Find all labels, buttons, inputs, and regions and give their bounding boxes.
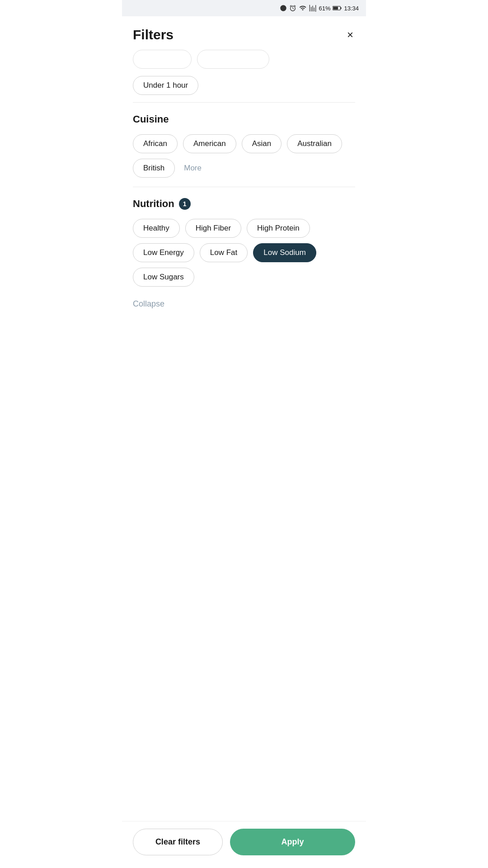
cuisine-title-row: Cuisine xyxy=(133,113,355,125)
nutrition-badge: 1 xyxy=(179,198,191,210)
nutrition-high-protein[interactable]: High Protein xyxy=(247,219,310,238)
svg-rect-2 xyxy=(341,7,342,9)
nutrition-title-row: Nutrition 1 xyxy=(133,198,355,210)
nutrition-title: Nutrition xyxy=(133,198,174,210)
svg-rect-1 xyxy=(333,7,338,9)
cuisine-british[interactable]: British xyxy=(133,159,175,178)
nutrition-section: Nutrition 1 Healthy High Fiber High Prot… xyxy=(122,187,366,320)
collapse-link[interactable]: Collapse xyxy=(133,296,355,320)
nutrition-low-sugars[interactable]: Low Sugars xyxy=(133,268,194,287)
battery-level: 61% xyxy=(319,5,330,12)
cuisine-section: Cuisine African American Asian Australia… xyxy=(122,103,366,178)
alarm-icon xyxy=(289,5,296,12)
filter-header: Filters × xyxy=(122,16,366,50)
time-display: 13:34 xyxy=(344,5,359,12)
main-content: Filters × Under 1 hour Cuisine African A… xyxy=(122,16,366,374)
partial-pills-row xyxy=(122,50,366,76)
status-bar: 61% 13:34 xyxy=(122,0,366,16)
nutrition-healthy[interactable]: Healthy xyxy=(133,219,180,238)
cuisine-american[interactable]: American xyxy=(183,134,236,153)
signal-icon xyxy=(309,5,316,12)
nutrition-high-fiber[interactable]: High Fiber xyxy=(185,219,241,238)
close-button[interactable]: × xyxy=(345,28,355,42)
ghost-pill-1 xyxy=(133,50,192,69)
cuisine-title: Cuisine xyxy=(133,113,169,125)
nutrition-low-sodium[interactable]: Low Sodium xyxy=(253,243,316,262)
under-1-hour-pill[interactable]: Under 1 hour xyxy=(133,76,198,95)
download-icon xyxy=(280,5,287,12)
nutrition-low-energy[interactable]: Low Energy xyxy=(133,243,194,262)
nutrition-low-fat[interactable]: Low Fat xyxy=(200,243,248,262)
cuisine-australian[interactable]: Australian xyxy=(287,134,342,153)
cuisine-african[interactable]: African xyxy=(133,134,178,153)
status-icons: 61% 13:34 xyxy=(280,5,359,12)
under-1-hour-row: Under 1 hour xyxy=(122,76,366,102)
ghost-pill-2 xyxy=(197,50,269,69)
cuisine-more[interactable]: More xyxy=(180,159,205,178)
cuisine-pills: African American Asian Australian Britis… xyxy=(133,134,355,178)
battery-icon xyxy=(333,5,342,11)
page-title: Filters xyxy=(133,27,174,42)
cuisine-asian[interactable]: Asian xyxy=(242,134,282,153)
nutrition-pills: Healthy High Fiber High Protein Low Ener… xyxy=(133,219,355,287)
wifi-icon xyxy=(299,5,307,12)
